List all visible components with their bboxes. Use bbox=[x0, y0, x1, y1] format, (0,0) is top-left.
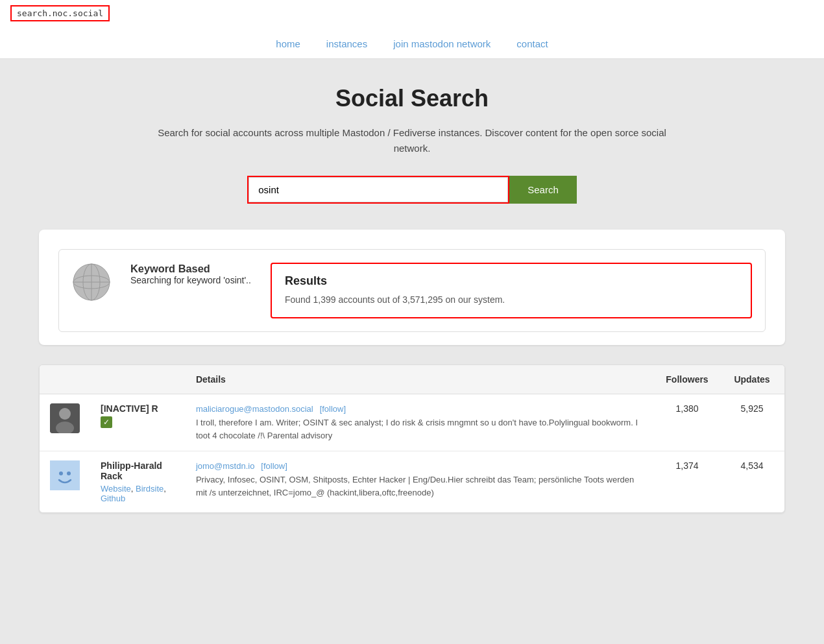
keyword-description: Searching for keyword 'osint'.. bbox=[130, 275, 251, 285]
updates-cell: 4,534 bbox=[720, 451, 784, 513]
website-link[interactable]: Website bbox=[101, 484, 131, 494]
username-cell: Philipp-Harald Rack Website, Birdsite, G… bbox=[90, 451, 186, 513]
details-cell: maliciarogue@mastodon.social [follow] I … bbox=[186, 394, 655, 451]
avatar bbox=[50, 403, 80, 433]
avatar-cell bbox=[40, 394, 90, 451]
table-header-row: Details Followers Updates bbox=[40, 365, 784, 394]
account-handle[interactable]: maliciarogue@mastodon.social bbox=[196, 404, 313, 414]
accounts-table: Details Followers Updates bbox=[39, 364, 785, 513]
svg-rect-8 bbox=[50, 460, 80, 490]
keyword-info: Keyword Based Searching for keyword 'osi… bbox=[130, 263, 251, 285]
followers-cell: 1,380 bbox=[655, 394, 720, 451]
bio-text: Privacy, Infosec, OSINT, OSM, Shitposts,… bbox=[196, 473, 644, 499]
search-input-wrapper bbox=[247, 176, 509, 204]
updates-cell: 5,925 bbox=[720, 394, 784, 451]
top-bar: search.noc.social bbox=[0, 0, 824, 27]
avatar-cell bbox=[40, 451, 90, 513]
github-link[interactable]: Github bbox=[101, 494, 125, 503]
details-cell: jomo@mstdn.io [follow] Privacy, Infosec,… bbox=[186, 451, 655, 513]
svg-point-10 bbox=[67, 471, 71, 475]
avatar bbox=[50, 460, 80, 490]
col-avatar bbox=[40, 365, 90, 394]
account-handle[interactable]: jomo@mstdn.io bbox=[196, 461, 255, 471]
keyword-section: Keyword Based Searching for keyword 'osi… bbox=[58, 249, 766, 332]
search-input[interactable] bbox=[248, 177, 508, 202]
col-updates: Updates bbox=[720, 365, 784, 394]
table-row: [INACTIVE] R ✓ maliciarogue@mastodon.soc… bbox=[40, 394, 784, 451]
table-row: Philipp-Harald Rack Website, Birdsite, G… bbox=[40, 451, 784, 513]
username: [INACTIVE] R bbox=[101, 403, 175, 414]
keyword-title: Keyword Based bbox=[130, 263, 251, 275]
col-followers: Followers bbox=[655, 365, 720, 394]
nav-join[interactable]: join mastodon network bbox=[393, 38, 491, 49]
main-content: Social Search Search for social accounts… bbox=[0, 59, 824, 539]
username: Philipp-Harald Rack bbox=[101, 460, 175, 481]
col-username bbox=[90, 365, 186, 394]
results-box: Results Found 1,399 accounts out of 3,57… bbox=[271, 263, 752, 318]
globe-icon bbox=[72, 263, 111, 302]
hero-description: Search for social accounts across multip… bbox=[152, 125, 672, 156]
search-bar: Search bbox=[39, 176, 785, 204]
followers-cell: 1,374 bbox=[655, 451, 720, 513]
username-cell: [INACTIVE] R ✓ bbox=[90, 394, 186, 451]
svg-point-6 bbox=[59, 408, 71, 420]
birdsite-link[interactable]: Birdsite bbox=[136, 484, 164, 494]
search-button[interactable]: Search bbox=[509, 176, 577, 204]
navigation: home instances join mastodon network con… bbox=[0, 27, 824, 59]
site-label: search.noc.social bbox=[10, 5, 110, 21]
bio-text: I troll, therefore I am. Writer; OSINT &… bbox=[196, 416, 644, 442]
user-links: Website, Birdsite, Github bbox=[101, 484, 175, 503]
col-details: Details bbox=[186, 365, 655, 394]
svg-point-9 bbox=[59, 471, 63, 475]
results-title: Results bbox=[285, 274, 738, 288]
follow-link[interactable]: [follow] bbox=[261, 461, 287, 471]
nav-home[interactable]: home bbox=[276, 38, 300, 49]
results-description: Found 1,399 accounts out of 3,571,295 on… bbox=[285, 293, 738, 307]
nav-instances[interactable]: instances bbox=[326, 38, 367, 49]
follow-link[interactable]: [follow] bbox=[320, 404, 346, 414]
verified-badge: ✓ bbox=[101, 416, 112, 428]
page-title: Social Search bbox=[39, 85, 785, 112]
nav-contact[interactable]: contact bbox=[516, 38, 548, 49]
results-panel: Keyword Based Searching for keyword 'osi… bbox=[39, 230, 785, 345]
